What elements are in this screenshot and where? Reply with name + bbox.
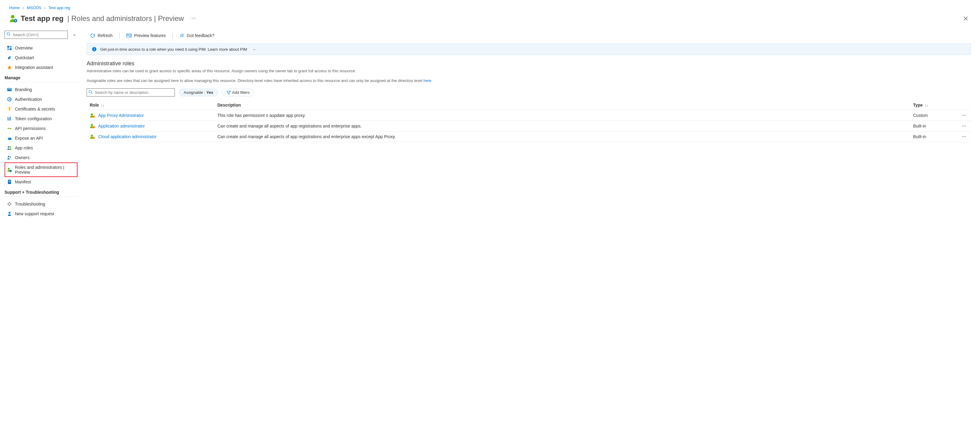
col-header-role[interactable]: Role↑↓ (87, 100, 214, 110)
separator (119, 32, 119, 38)
row-more-button[interactable]: ··· (959, 121, 971, 131)
row-more-button[interactable]: ··· (959, 131, 971, 142)
sidebar-item-support[interactable]: New support request (5, 209, 78, 219)
sidebar-item-label: Integration assistant (15, 65, 53, 70)
sidebar-item-label: Manifest (15, 179, 31, 184)
sidebar-item-label: Owners (15, 155, 30, 160)
sidebar-item-owners[interactable]: Owners (5, 153, 78, 162)
info-banner-text: Get just-in-time access to a role when y… (100, 47, 247, 52)
got-feedback-button[interactable]: Got feedback? (176, 31, 218, 40)
preview-features-label: Preview features (134, 33, 166, 38)
overview-icon (7, 46, 12, 51)
svg-rect-15 (10, 117, 11, 120)
roles-icon (7, 167, 12, 172)
role-name-link[interactable]: Cloud application administrator (98, 134, 157, 139)
table-row[interactable]: Application administratorCan create and … (87, 121, 971, 131)
svg-rect-43 (92, 137, 95, 139)
branding-icon (7, 87, 12, 92)
sort-icon: ↑↓ (925, 103, 928, 108)
table-row[interactable]: Cloud application administratorCan creat… (87, 131, 971, 142)
sidebar: « OverviewQuickstartIntegration assistan… (0, 28, 78, 426)
sidebar-item-quickstart[interactable]: Quickstart (5, 53, 78, 63)
role-name-link[interactable]: Application administrator (98, 124, 145, 128)
svg-point-20 (10, 146, 11, 148)
svg-rect-27 (8, 182, 10, 182)
section-title: Administrative roles (87, 60, 971, 67)
breadcrumb-home[interactable]: Home (9, 5, 20, 10)
svg-point-21 (8, 156, 10, 158)
support-icon (7, 211, 12, 216)
role-type: Built-in (910, 131, 959, 142)
sidebar-item-troubleshoot[interactable]: Troubleshooting (5, 199, 78, 209)
svg-rect-4 (10, 46, 11, 48)
sidebar-item-auth[interactable]: Authentication (5, 94, 78, 104)
role-type: Built-in (910, 121, 959, 131)
sidebar-item-branding[interactable]: Branding (5, 85, 78, 94)
svg-rect-39 (92, 116, 95, 117)
sidebar-item-manifest[interactable]: Manifest (5, 177, 78, 187)
sidebar-item-overview[interactable]: Overview (5, 43, 78, 53)
svg-rect-12 (9, 109, 10, 111)
sidebar-item-expose[interactable]: Expose an API (5, 133, 78, 143)
breadcrumb-msods[interactable]: MSODS (27, 5, 41, 10)
filter-bar: Assignable : Yes Add filters (87, 87, 971, 98)
sidebar-search[interactable] (5, 31, 68, 39)
svg-point-28 (8, 203, 11, 205)
role-description: Can create and manage all aspects of app… (214, 131, 910, 142)
preview-features-button[interactable]: Preview features (123, 31, 169, 40)
role-description: This role has permissiont o aupdate app … (214, 110, 910, 121)
integration-icon (7, 65, 12, 70)
col-header-description[interactable]: Description (214, 100, 910, 110)
svg-rect-5 (7, 48, 9, 50)
troubleshoot-icon (7, 202, 12, 206)
sidebar-item-label: API permissions (15, 126, 46, 131)
close-icon[interactable] (961, 14, 971, 22)
info-banner[interactable]: Get just-in-time access to a role when y… (87, 43, 971, 55)
sidebar-item-label: Certificates & secrets (15, 106, 55, 111)
sidebar-item-integration[interactable]: Integration assistant (5, 63, 78, 72)
role-search-input[interactable] (87, 89, 175, 97)
col-header-type[interactable]: Type↑↓ (910, 100, 959, 110)
sidebar-item-api[interactable]: API permissions (5, 124, 78, 133)
page-title-bar: Test app reg | Roles and administrators … (0, 11, 980, 28)
role-search[interactable] (87, 89, 175, 97)
filter-icon (226, 91, 231, 94)
svg-point-38 (91, 114, 93, 116)
role-icon (90, 112, 95, 118)
svg-rect-13 (8, 117, 8, 120)
refresh-button[interactable]: Refresh (87, 31, 116, 40)
sidebar-item-cert[interactable]: Certificates & secrets (5, 104, 78, 114)
info-icon (92, 47, 97, 52)
sidebar-item-approles[interactable]: App roles (5, 143, 78, 153)
svg-point-37 (89, 90, 92, 93)
preview-icon (126, 33, 132, 38)
filter-assignable[interactable]: Assignable : Yes (179, 89, 218, 96)
svg-rect-14 (9, 117, 10, 120)
sidebar-item-roles[interactable]: Roles and administrators | Preview (5, 162, 78, 177)
row-more-button[interactable]: ··· (959, 110, 971, 121)
breadcrumb-app[interactable]: Test app reg (48, 5, 70, 10)
sidebar-item-label: Authentication (15, 97, 42, 102)
svg-point-23 (8, 168, 10, 170)
svg-point-7 (10, 57, 11, 58)
sidebar-item-label: Quickstart (15, 55, 34, 60)
role-name-link[interactable]: App Proxy Administrator (98, 113, 144, 118)
sidebar-item-label: New support request (15, 211, 54, 216)
chevron-right-icon: › (43, 5, 48, 10)
refresh-label: Refresh (98, 33, 113, 38)
svg-point-0 (11, 15, 14, 19)
svg-point-40 (91, 124, 93, 126)
here-link[interactable]: here (423, 78, 431, 83)
table-row[interactable]: App Proxy AdministratorThis role has per… (87, 110, 971, 121)
sidebar-item-token[interactable]: Token configuration (5, 114, 78, 124)
chevron-right-icon: › (21, 5, 25, 10)
more-icon[interactable]: ··· (191, 14, 196, 21)
svg-rect-31 (127, 35, 129, 35)
sidebar-search-input[interactable] (5, 31, 68, 39)
svg-point-18 (8, 138, 11, 140)
add-filters-button[interactable]: Add filters (222, 89, 254, 96)
svg-rect-6 (10, 48, 11, 50)
svg-point-17 (10, 128, 11, 129)
collapse-sidebar-icon[interactable]: « (72, 32, 78, 37)
search-icon (6, 32, 11, 36)
